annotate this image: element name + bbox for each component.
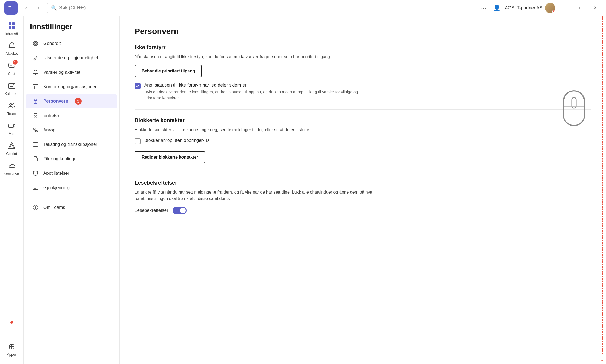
om-label: Om Teams: [43, 205, 65, 210]
chat-icon: 1: [7, 61, 17, 71]
titlebar: T ‹ › 🔍 ··· 👤 AGS IT-partner AS − □ ✕: [0, 0, 606, 16]
settings-content: Personvern Ikke forstyrr Når statusen er…: [120, 16, 606, 364]
section-ikke-forstyrr: Ikke forstyrr Når statusen er angitt til…: [135, 44, 591, 101]
generelt-label: Generelt: [43, 41, 61, 46]
menu-item-apptillatelser[interactable]: Apptillatelser: [26, 166, 117, 181]
kontoer-label: Kontoer og organisasjoner: [43, 84, 96, 89]
onedrive-icon: [7, 161, 17, 171]
sidebar-item-apper[interactable]: Apper: [1, 340, 22, 359]
window-controls: − □ ✕: [560, 3, 602, 13]
svg-rect-4: [9, 26, 11, 29]
close-button[interactable]: ✕: [588, 3, 602, 13]
minimize-button[interactable]: −: [560, 3, 573, 13]
svg-text:T: T: [8, 5, 11, 11]
personvern-label: Personvern: [43, 99, 68, 104]
menu-item-varsler[interactable]: Varsler og aktivitet: [26, 65, 117, 80]
ikke-forstyrr-checkbox-row: Angi statusen til Ikke forstyrr når jeg …: [135, 83, 591, 101]
teams-logo: T: [4, 1, 18, 15]
intranett-icon: [7, 21, 17, 30]
lesebekreftelser-toggle[interactable]: [173, 207, 187, 214]
sidebar-item-kalender[interactable]: Kalender: [1, 79, 22, 98]
menu-item-utseende[interactable]: Utseende og tilgjengelighet: [26, 51, 117, 65]
blokkerte-checkbox[interactable]: [135, 138, 141, 144]
forward-button[interactable]: ›: [33, 3, 44, 13]
filer-icon: [32, 155, 39, 162]
svg-rect-33: [33, 143, 38, 146]
main-layout: Intranett Aktivitet 1 Chat Kalender: [0, 16, 606, 364]
sidebar-item-mot[interactable]: Møt: [1, 119, 22, 138]
svg-marker-20: [9, 143, 15, 148]
om-icon: [32, 204, 39, 211]
sidebar-item-aktivitet[interactable]: Aktivitet: [1, 39, 22, 58]
checkbox-label-group: Angi statusen til Ikke forstyrr når jeg …: [144, 83, 358, 101]
svg-point-10: [13, 65, 13, 66]
sidebar-item-intranett[interactable]: Intranett: [1, 19, 22, 38]
svg-point-18: [13, 104, 14, 105]
enheter-label: Enheter: [43, 113, 59, 118]
rediger-blokkerte-button[interactable]: Rediger blokkerte kontakter: [135, 151, 205, 163]
menu-item-kontoer[interactable]: Kontoer og organisasjoner: [26, 80, 117, 94]
sidebar-bottom: ··· Apper: [1, 320, 22, 361]
profile-icon: 👤: [493, 5, 500, 11]
utseende-icon: [32, 54, 39, 61]
user-area[interactable]: AGS IT-partner AS: [505, 3, 555, 13]
menu-item-personvern[interactable]: Personvern 3: [26, 94, 117, 108]
more-options-button[interactable]: ···: [478, 3, 489, 13]
apper-label: Apper: [7, 353, 16, 357]
kalender-label: Kalender: [5, 92, 18, 96]
behandle-prioritert-button[interactable]: Behandle prioritert tilgang: [135, 65, 202, 77]
svg-point-9: [11, 65, 12, 66]
ikke-forstyrr-checkbox[interactable]: [135, 83, 141, 89]
search-input[interactable]: [59, 5, 230, 11]
user-name: AGS IT-partner AS: [505, 5, 542, 11]
gjenkjenning-icon: [32, 184, 39, 191]
kontoer-icon: [32, 83, 39, 90]
menu-item-generelt[interactable]: Generelt: [26, 36, 117, 51]
mot-label: Møt: [9, 132, 14, 136]
team-label: Team: [7, 112, 16, 116]
content-title: Personvern: [135, 27, 591, 36]
ikke-forstyrr-title: Ikke forstyrr: [135, 44, 591, 50]
toggle-label: Lesebekreftelser: [135, 208, 168, 213]
varsler-icon: [32, 69, 39, 76]
mot-icon: [7, 121, 17, 131]
search-bar[interactable]: 🔍: [47, 3, 234, 13]
svg-marker-21: [10, 144, 14, 148]
svg-rect-5: [12, 26, 15, 29]
notification-dot: [10, 321, 13, 324]
gjenkjenning-label: Gjenkjenning: [43, 185, 70, 190]
enheter-icon: [32, 112, 39, 119]
back-button[interactable]: ‹: [21, 3, 32, 13]
blokkerte-desc: Blokkerte kontakter vil ikke kunne ringe…: [135, 127, 375, 133]
menu-item-enheter[interactable]: Enheter: [26, 108, 117, 123]
lesebekreftelser-desc: La andre få vite når du har sett melding…: [135, 189, 375, 202]
personvern-icon: [32, 98, 39, 105]
sidebar-item-onedrive[interactable]: OneDrive: [1, 159, 22, 178]
blokkerte-label: Blokker anrop uten oppringer-ID: [144, 138, 209, 143]
svg-rect-36: [33, 186, 38, 190]
sidebar-item-more[interactable]: ···: [1, 325, 22, 339]
svg-point-41: [35, 206, 36, 207]
ikke-forstyrr-desc: Når statusen er angitt til Ikke forstyrr…: [135, 54, 375, 60]
svg-point-17: [10, 103, 12, 105]
menu-item-teksting[interactable]: Teksting og transkripsjoner: [26, 137, 117, 152]
menu-item-filer[interactable]: Filer og koblinger: [26, 152, 117, 166]
intranett-label: Intranett: [5, 32, 18, 36]
maximize-button[interactable]: □: [574, 3, 587, 13]
sidebar-item-copilot[interactable]: Copilot: [1, 139, 22, 158]
nav-buttons: ‹ ›: [21, 3, 44, 13]
sidebar-item-team[interactable]: Team: [1, 99, 22, 118]
copilot-icon: [7, 141, 17, 151]
sidebar-item-chat[interactable]: 1 Chat: [1, 59, 22, 78]
teksting-label: Teksting og transkripsjoner: [43, 142, 97, 147]
chat-label: Chat: [8, 72, 15, 76]
copilot-label: Copilot: [6, 152, 17, 156]
personvern-badge: 3: [75, 98, 82, 105]
menu-item-gjenkjenning[interactable]: Gjenkjenning: [26, 181, 117, 195]
section-blokkerte: Blokkerte kontakter Blokkerte kontakter …: [135, 117, 591, 163]
menu-item-om[interactable]: Om Teams: [26, 200, 117, 215]
scroll-indicator: ↓: [598, 16, 606, 364]
varsler-label: Varsler og aktivitet: [43, 70, 80, 75]
utseende-label: Utseende og tilgjengelighet: [43, 55, 98, 61]
menu-item-anrop[interactable]: Anrop: [26, 123, 117, 137]
